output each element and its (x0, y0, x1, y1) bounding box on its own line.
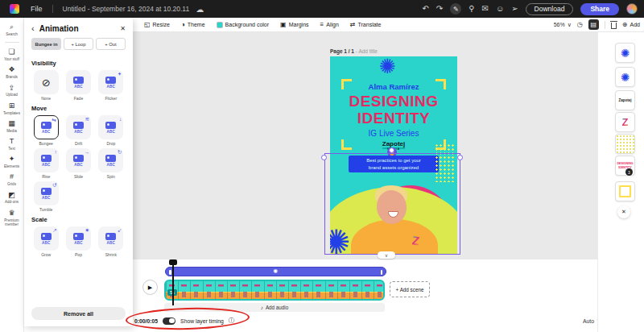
layer-thumb-dots[interactable] (615, 134, 635, 154)
divider (52, 5, 53, 13)
sidebar-item-search[interactable]: ⌕ Search (0, 23, 24, 36)
tile-label: Tumble (39, 207, 53, 212)
poster-banner[interactable]: Best practices to get your brand assets … (349, 156, 439, 172)
layer-timing-toggle[interactable] (163, 317, 175, 325)
info-icon[interactable]: ⓘ (229, 317, 235, 325)
timer-icon[interactable]: ◷ (577, 21, 583, 28)
send-icon[interactable]: ➢ (511, 5, 518, 13)
anim-tile-drift[interactable]: ≋ABC Drift (64, 115, 93, 146)
grow-icon: ↗ (52, 227, 56, 234)
design-page[interactable]: ✺ Alma Ramírez DESIGNING IDENTITY IG Liv… (330, 56, 457, 255)
zoom-level: 56% (554, 22, 565, 27)
splash-shape-icon[interactable]: ✺ (379, 56, 396, 78)
remove-all-button[interactable]: Remove all (31, 307, 126, 320)
topbar-actions: ↶ ↷ ✎ ⚲ ✉ ☺ ➢ Download Share (422, 3, 644, 15)
layer-thumb-splash-2[interactable]: ✺ (615, 67, 635, 87)
poster-speaker-text[interactable]: Alma Ramírez (330, 82, 457, 91)
file-menu[interactable]: File (31, 5, 43, 13)
layer-thumb-letter-z[interactable]: Z (615, 112, 635, 132)
scene-filmstrip[interactable] (164, 280, 385, 301)
margins-button[interactable]: ▣ Margins (280, 21, 308, 28)
banner-line: brand assets organized (369, 164, 419, 171)
sidebar-item-premium-member[interactable]: ♛ Premium member (0, 210, 24, 226)
anim-tile-flicker[interactable]: ✦ABC Flicker (97, 70, 126, 101)
anim-tile-none[interactable]: ⊘ None (31, 70, 60, 101)
add-button[interactable]: ⊕ Add (622, 21, 640, 28)
selection-handle-right[interactable] (457, 155, 463, 160)
theme-icon: ◑ (181, 21, 185, 28)
document-title[interactable]: Untitled - September 16, 2024 at 10.20.1… (63, 5, 190, 13)
close-icon[interactable]: ✕ (120, 25, 126, 32)
layer-thumb-frame[interactable] (615, 181, 635, 201)
app-logo-icon (10, 4, 19, 14)
idea-icon[interactable]: ⚲ (469, 5, 474, 13)
top-bar: File Untitled - September 16, 2024 at 10… (0, 0, 644, 18)
sidebar-item-media[interactable]: ▦ Media (0, 120, 24, 133)
tab-loop[interactable]: + Loop (64, 38, 93, 50)
layers-toggle-icon[interactable]: ▤ (588, 19, 599, 30)
playhead[interactable] (172, 261, 174, 305)
invite-person-icon[interactable]: ☺ (496, 5, 504, 13)
anim-tile-tumble[interactable]: ↺ABC Tumble (31, 181, 60, 212)
anim-tile-shrink[interactable]: ↙ABC Shrink (97, 226, 126, 257)
anim-tile-spin[interactable]: ↻ABC Spin (97, 148, 126, 179)
auto-label: Auto (583, 318, 594, 324)
sidebar-item-grids[interactable]: # Grids (0, 173, 24, 186)
anim-tile-rise[interactable]: ↑ABC Rise (31, 148, 60, 179)
sidebar-item-templates[interactable]: ⊞ Templates (0, 102, 24, 115)
layer-thumb-splash-1[interactable]: ✺ (615, 43, 635, 63)
undo-icon[interactable]: ↶ (422, 5, 428, 13)
comment-icon[interactable]: ✉ (482, 5, 489, 13)
frame-brackets-icon (619, 185, 631, 197)
download-button[interactable]: Download (526, 3, 574, 15)
theme-button[interactable]: ◑ Theme (181, 21, 205, 28)
avatar[interactable] (626, 3, 638, 15)
trash-icon[interactable] (611, 23, 617, 29)
sidebar-item-add-ons[interactable]: ◩ Add-ons (0, 192, 24, 205)
poster-title-line1[interactable]: DESIGNING (330, 93, 457, 110)
sidebar-item-upload[interactable]: ⇪ Upload (0, 85, 24, 98)
redo-icon[interactable]: ↷ (436, 5, 443, 13)
selection-handle-left[interactable] (321, 155, 327, 160)
anim-tile-slide[interactable]: →ABC Slide (64, 148, 93, 179)
upload-icon: ⇪ (9, 85, 15, 93)
layer-timing-bar[interactable]: ✺ (165, 267, 386, 276)
anim-tile-pop[interactable]: ✷ABC Pop (64, 226, 93, 257)
collapse-layers-button[interactable]: ✕ (617, 205, 630, 218)
anim-tile-fade[interactable]: ABC Fade (64, 70, 93, 101)
tile-label: Spin (107, 174, 115, 179)
anim-tile-bungee[interactable]: ⇆ABC Bungee (31, 115, 60, 146)
background-color-button[interactable]: Background color (217, 22, 269, 28)
collapse-timeline-chevron[interactable]: ∨ (378, 251, 395, 259)
poster-title-line2[interactable]: IDENTITY (330, 110, 457, 127)
tab-bungee-in[interactable]: Bungee in (31, 38, 61, 50)
add-title-hint[interactable]: - Add title (356, 48, 378, 54)
poster-subtitle[interactable]: IG Live Series (330, 129, 457, 138)
anim-tile-grow[interactable]: ↗ABC Grow (31, 226, 60, 257)
translate-button[interactable]: ⇄ Translate (350, 21, 382, 28)
layer-thumb-logo[interactable]: Zapotej (615, 90, 635, 110)
anim-tile-drop[interactable]: ↓ABC Drop (97, 115, 126, 146)
resize-button[interactable]: ◱ Resize (144, 21, 170, 28)
sidebar-item-text[interactable]: T Text (0, 138, 24, 151)
page-label[interactable]: Page 1 / 1 - Add title (330, 48, 378, 54)
edit-profile-icon[interactable]: ✎ (450, 3, 461, 15)
add-audio-button[interactable]: ♪ Add audio (164, 303, 385, 312)
selection-rotate-handle[interactable] (389, 147, 394, 153)
sidebar-label: Text (8, 147, 14, 151)
zoom-level-dropdown[interactable]: 56% ∨ (554, 22, 572, 28)
sidebar-item-your-stuff[interactable]: ❏ Your stuff (0, 48, 24, 61)
poster-photo[interactable]: Z ✺ (330, 172, 457, 255)
play-button[interactable]: ▶ (142, 280, 158, 295)
tab-out[interactable]: + Out (96, 38, 126, 50)
add-scene-button[interactable]: + Add scene (390, 281, 430, 297)
align-button[interactable]: ≡ Align (320, 21, 339, 28)
add-ons-icon: ◩ (8, 192, 15, 200)
back-icon[interactable]: ‹ (31, 23, 35, 33)
divider (5, 42, 19, 43)
sidebar-item-brands[interactable]: ❖ Brands (0, 66, 24, 79)
toolbar-label: Resize (153, 22, 170, 27)
sidebar-label: Upload (6, 93, 18, 97)
sidebar-item-elements[interactable]: ✦ Elements (0, 156, 24, 168)
share-button[interactable]: Share (580, 3, 619, 15)
